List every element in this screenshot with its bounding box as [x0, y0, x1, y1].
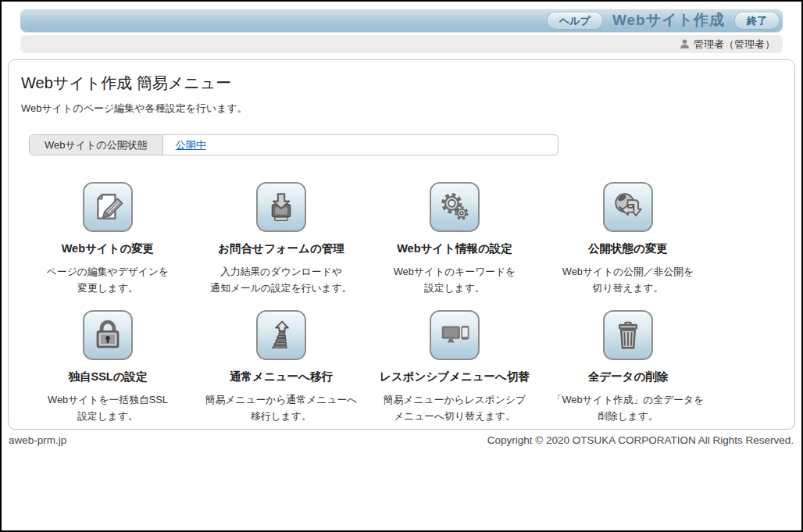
- menu-item-title: 独自SSLの設定: [68, 370, 147, 384]
- menu-item-title: Webサイト情報の設定: [397, 241, 512, 256]
- menu-item-description: 簡易メニューからレスポンシブ メニューへ切り替えます。: [384, 391, 526, 424]
- menu-item-description: 入力結果のダウンロードや 通知メールの設定を行います。: [210, 263, 352, 296]
- main-panel: Webサイト作成 簡易メニュー Webサイトのページ編集や各種設定を行います。 …: [8, 59, 795, 430]
- menu-item-description: Webサイトのキーワードを 設定します。: [394, 263, 516, 296]
- exit-button[interactable]: 終了: [735, 12, 779, 29]
- menu-item-title: Webサイトの変更: [62, 241, 155, 256]
- header-bar: ヘルプ Webサイト作成 終了: [20, 9, 783, 32]
- trash-icon[interactable]: [603, 310, 653, 360]
- menu-item-site-info[interactable]: Webサイト情報の設定 Webサイトのキーワードを 設定します。: [368, 182, 541, 296]
- page-title: Webサイト作成 簡易メニュー: [21, 73, 782, 94]
- menu-item-ssl[interactable]: 独自SSLの設定 Webサイトを一括独自SSL 設定します。: [21, 310, 195, 424]
- lock-icon[interactable]: [83, 310, 133, 360]
- publish-status-value: 公開中: [163, 135, 206, 155]
- menu-item-description: ページの編集やデザインを 変更します。: [47, 263, 169, 296]
- footer-domain: aweb-prm.jp: [9, 434, 66, 446]
- menu-item-description: 簡易メニューから通常メニューへ 移行します。: [205, 391, 358, 424]
- publish-status-label: Webサイトの公開状態: [30, 135, 163, 155]
- application-window: ヘルプ Webサイト作成 終了 管理者（管理者） Webサイト作成 簡易メニュー…: [0, 0, 803, 532]
- footer: aweb-prm.jp Copyright © 2020 OTSUKA CORP…: [9, 434, 794, 446]
- menu-item-contact-form[interactable]: お問合せフォームの管理 入力結果のダウンロードや 通知メールの設定を行います。: [195, 182, 368, 296]
- edit-document-icon[interactable]: [83, 182, 133, 232]
- globe-swap-icon[interactable]: [603, 182, 653, 232]
- page-description: Webサイトのページ編集や各種設定を行います。: [21, 102, 782, 116]
- menu-item-description: 「Webサイト作成」の全データを 削除します。: [552, 391, 705, 424]
- menu-item-publish-toggle[interactable]: 公開状態の変更 Webサイトの公開／非公開を 切り替えます。: [541, 182, 715, 296]
- menu-item-title: 公開状態の変更: [588, 241, 668, 256]
- app-title: Webサイト作成: [612, 10, 725, 30]
- menu-item-responsive-menu[interactable]: レスポンシブメニューへ切替 簡易メニューからレスポンシブ メニューへ切り替えます…: [368, 310, 541, 424]
- publish-status-bar: Webサイトの公開状態 公開中: [29, 134, 559, 155]
- help-button[interactable]: ヘルプ: [548, 12, 602, 29]
- menu-item-title: レスポンシブメニューへ切替: [380, 370, 530, 384]
- menu-item-delete-all[interactable]: 全データの削除 「Webサイト作成」の全データを 削除します。: [541, 310, 715, 424]
- person-icon: [680, 39, 690, 49]
- menu-item-website-edit[interactable]: Webサイトの変更 ページの編集やデザインを 変更します。: [21, 182, 195, 296]
- gears-icon[interactable]: [430, 182, 480, 232]
- menu-item-normal-menu[interactable]: 通常メニューへ移行 簡易メニューから通常メニューへ 移行します。: [195, 310, 368, 424]
- form-download-icon[interactable]: [256, 182, 306, 232]
- publish-status-link[interactable]: 公開中: [176, 138, 206, 152]
- menu-item-description: Webサイトの公開／非公開を 切り替えます。: [562, 263, 694, 296]
- user-bar: 管理者（管理者）: [20, 35, 783, 53]
- menu-item-title: 全データの削除: [588, 370, 669, 384]
- stairs-up-icon[interactable]: [256, 310, 306, 360]
- menu-item-description: Webサイトを一括独自SSL 設定します。: [48, 391, 168, 424]
- menu-item-title: お問合せフォームの管理: [218, 241, 344, 256]
- user-label: 管理者（管理者）: [694, 37, 775, 52]
- responsive-devices-icon[interactable]: [430, 310, 480, 360]
- footer-copyright: Copyright © 2020 OTSUKA CORPORATION All …: [487, 434, 794, 446]
- menu-grid: Webサイトの変更 ページの編集やデザインを 変更します。 お問合せフォームの管…: [21, 182, 782, 424]
- menu-item-title: 通常メニューへ移行: [230, 370, 333, 384]
